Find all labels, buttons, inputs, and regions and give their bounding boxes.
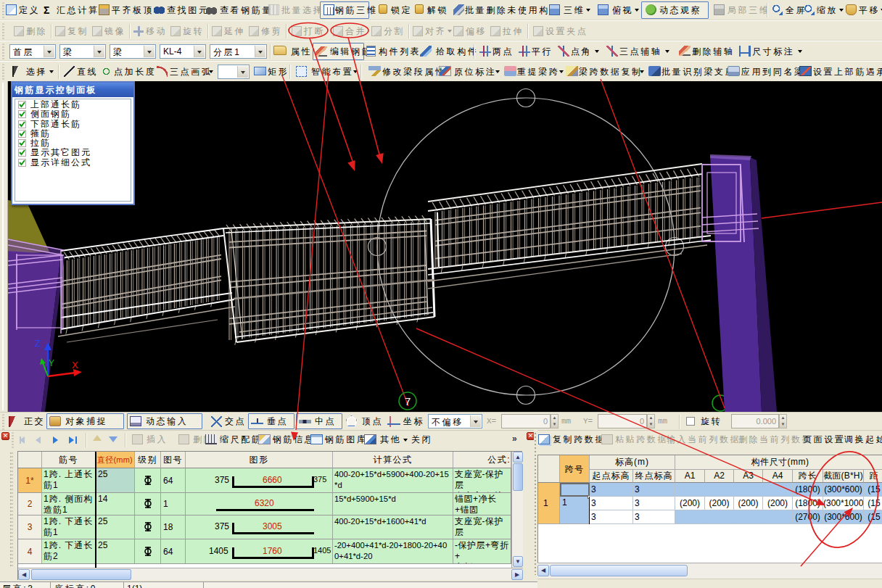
svg-text:X: X (72, 360, 78, 370)
svg-text:Z: Z (35, 338, 41, 349)
svg-text:Y: Y (49, 358, 54, 368)
